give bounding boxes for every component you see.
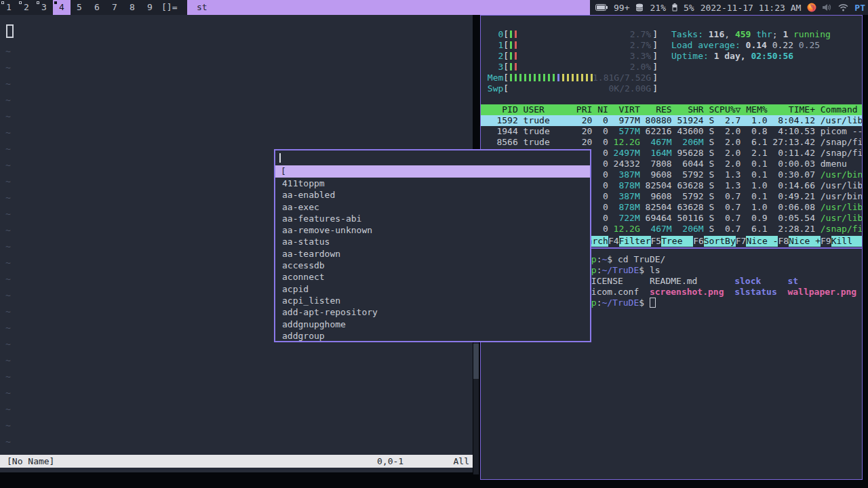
- column-header-s[interactable]: S: [704, 104, 715, 115]
- cell-virt: 12.2G: [608, 224, 640, 235]
- text-segment: 0.25: [799, 40, 820, 50]
- cell-res: 82504: [640, 180, 672, 191]
- cell-cpu: 2.0: [714, 159, 741, 169]
- launcher-item[interactable]: acpi_listen: [275, 295, 590, 306]
- column-header-pri[interactable]: PRI: [571, 104, 592, 115]
- column-header-user[interactable]: USER: [524, 104, 571, 115]
- workspace-tag-6[interactable]: 6: [88, 0, 106, 15]
- fkey-label-nice -[interactable]: Nice -: [746, 236, 778, 247]
- meter-tick: [510, 41, 512, 49]
- cell-virt: 387M: [608, 169, 640, 180]
- column-header-pid[interactable]: PID: [481, 104, 518, 115]
- cell-res: 82504: [640, 202, 672, 213]
- fkey-f6[interactable]: F6: [693, 236, 704, 247]
- column-header-time[interactable]: TIME+: [768, 104, 815, 115]
- cell-ni: 0: [592, 224, 608, 235]
- launcher-item[interactable]: [: [275, 165, 590, 178]
- launcher-item[interactable]: aa-enabled: [275, 189, 590, 201]
- editor-block-cursor: [6, 24, 14, 38]
- column-header-cpu[interactable]: CPU%▽: [714, 104, 741, 115]
- layout-symbol[interactable]: []=: [161, 0, 177, 15]
- launcher-item[interactable]: aa-features-abi: [275, 213, 590, 224]
- tag-label: 6: [94, 2, 100, 12]
- bracket: ]: [652, 51, 658, 62]
- cell-s: S: [704, 159, 715, 169]
- wifi-icon[interactable]: [838, 3, 848, 12]
- cell-time: 2:28.21: [768, 224, 815, 235]
- process-row[interactable]: 1944trude200577M6221643600S2.00.84:10.53…: [481, 126, 862, 137]
- htop-info-line: Load average: 0.14 0.22 0.25: [671, 40, 820, 51]
- column-header-ni[interactable]: NI: [592, 104, 608, 115]
- cell-s: S: [704, 213, 715, 224]
- bracket: ]: [652, 40, 658, 51]
- launcher-item[interactable]: aa-remove-unknown: [275, 224, 590, 236]
- text-segment: screenshot.png: [650, 287, 734, 297]
- fkey-label-nice +[interactable]: Nice +: [789, 236, 821, 247]
- column-header-virt[interactable]: VIRT: [608, 104, 640, 115]
- tag-label: 1: [6, 2, 12, 12]
- column-header-res[interactable]: RES: [640, 104, 672, 115]
- cell-s: S: [704, 169, 715, 180]
- process-table-header[interactable]: PIDUSERPRINIVIRTRESSHRSCPU%▽MEM%TIME+Com…: [481, 104, 862, 115]
- cell-user: trude: [524, 115, 571, 126]
- cell-res: 69464: [640, 213, 672, 224]
- fkey-f9[interactable]: F9: [821, 236, 831, 247]
- process-row[interactable]: 8566trude20012.2G467M206MS2.06.127:13.42…: [481, 137, 862, 148]
- launcher-item[interactable]: 411toppm: [275, 178, 590, 189]
- column-header-mem[interactable]: MEM%: [741, 104, 767, 115]
- tilde-marker: ~: [5, 290, 11, 300]
- launcher-item[interactable]: acpid: [275, 283, 590, 295]
- fkey-f7[interactable]: F7: [736, 236, 747, 247]
- fkey-f5[interactable]: F5: [651, 236, 662, 247]
- launcher-input[interactable]: [275, 150, 590, 165]
- fkey-label-sortby[interactable]: SortBy: [704, 236, 736, 247]
- launcher-item[interactable]: aa-teardown: [275, 248, 590, 260]
- volume-icon[interactable]: [823, 3, 832, 12]
- launcher-item[interactable]: addgroup: [275, 330, 590, 342]
- launcher-item[interactable]: accessdb: [275, 260, 590, 271]
- cell-cmd: /usr/libe: [821, 213, 862, 224]
- cell-s: S: [704, 191, 715, 202]
- cell-virt: 24332: [608, 159, 640, 169]
- meter-label: Mem: [482, 73, 503, 83]
- workspace-tag-2[interactable]: 2: [18, 0, 35, 15]
- cell-virt: 577M: [608, 126, 640, 137]
- workspace-tag-5[interactable]: 5: [71, 0, 88, 15]
- fkey-label-kill[interactable]: Kill: [831, 236, 862, 247]
- tilde-marker: ~: [5, 306, 11, 317]
- workspace-tag-9[interactable]: 9: [141, 0, 159, 15]
- workspace-tag-7[interactable]: 7: [106, 0, 123, 15]
- meter-tick: [572, 74, 574, 81]
- launcher-item[interactable]: addgnupghome: [275, 319, 590, 330]
- column-header-shr[interactable]: SHR: [672, 104, 704, 115]
- cell-ni: 0: [592, 180, 608, 191]
- swap-meter: Swp[0K/2.00G]: [482, 83, 658, 94]
- fkey-label-filter[interactable]: Filter: [619, 236, 651, 247]
- cell-shr: 63628: [672, 180, 704, 191]
- scrollbar-thumb[interactable]: [473, 344, 479, 379]
- bracket: ]: [652, 73, 658, 83]
- workspace-tag-3[interactable]: 3: [35, 0, 53, 15]
- scrollbar[interactable]: [473, 342, 479, 474]
- tag-label: 8: [130, 2, 135, 12]
- cell-time: 0:30.07: [768, 169, 815, 180]
- keyboard-layout-indicator[interactable]: PT: [854, 3, 865, 13]
- process-row[interactable]: 1592trude200977M8088051924S2.71.08:04.12…: [481, 115, 862, 126]
- launcher-item[interactable]: add-apt-repository: [275, 306, 590, 318]
- workspace-tag-8[interactable]: 8: [123, 0, 141, 15]
- workspace-tag-1[interactable]: 1: [0, 0, 18, 15]
- fkey-label-tree[interactable]: Tree: [661, 236, 693, 247]
- launcher-item[interactable]: aa-status: [275, 236, 590, 247]
- tilde-marker: ~: [5, 355, 11, 365]
- firefox-icon[interactable]: [807, 3, 816, 12]
- column-header-command[interactable]: Command: [821, 104, 862, 115]
- fkey-f4[interactable]: F4: [608, 236, 619, 247]
- fkey-f8[interactable]: F8: [778, 236, 789, 247]
- launcher-item[interactable]: aconnect: [275, 271, 590, 283]
- meter-tick: [515, 52, 517, 60]
- text-segment: thr: [751, 29, 772, 39]
- cell-res: 9608: [640, 191, 672, 202]
- launcher-item[interactable]: aa-exec: [275, 201, 590, 213]
- workspace-tag-4[interactable]: 4: [53, 0, 71, 15]
- meter-tick: [515, 30, 517, 38]
